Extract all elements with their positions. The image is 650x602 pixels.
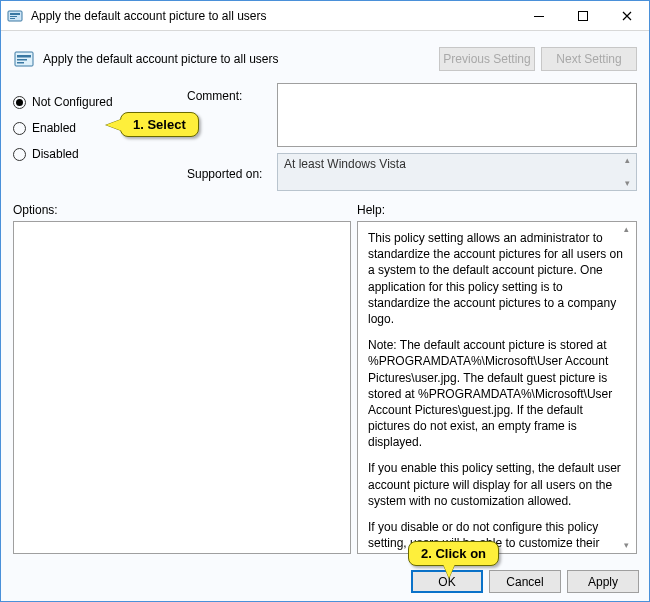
policy-icon [13,48,35,70]
callout-text: 1. Select [133,117,186,132]
supported-on-label: Supported on: [187,167,277,193]
svg-rect-7 [17,55,31,58]
dialog-window: Apply the default account picture to all… [0,0,650,602]
maximize-button[interactable] [561,1,605,30]
annotation-callout-2: 2. Click on [408,541,499,566]
annotation-callout-1: 1. Select [120,112,199,137]
svg-rect-1 [10,13,20,15]
chevron-down-icon[interactable]: ▾ [620,179,634,188]
comment-label: Comment: [187,89,277,115]
callout-tail-icon [106,119,122,131]
cancel-button[interactable]: Cancel [489,570,561,593]
supported-on-box: At least Windows Vista ▴ ▾ [277,153,637,191]
radio-disabled[interactable]: Disabled [13,141,187,167]
titlebar-title: Apply the default account picture to all… [31,9,517,23]
chevron-up-icon[interactable]: ▴ [620,156,634,165]
radio-label: Disabled [32,147,79,161]
svg-rect-2 [10,16,17,17]
radio-label: Enabled [32,121,76,135]
previous-setting-button[interactable]: Previous Setting [439,47,535,71]
titlebar[interactable]: Apply the default account picture to all… [1,1,649,31]
dialog-body: Apply the default account picture to all… [1,31,649,562]
policy-icon [7,8,23,24]
callout-tail-icon [443,564,455,578]
callout-text: 2. Click on [421,546,486,561]
svg-rect-5 [579,11,588,20]
options-label: Options: [13,203,357,217]
scroll-arrows[interactable]: ▴ ▾ [620,156,634,188]
svg-rect-4 [534,16,544,17]
close-button[interactable] [605,1,649,30]
svg-rect-9 [17,62,24,64]
radio-label: Not Configured [32,95,113,109]
help-text: If you enable this policy setting, the d… [368,460,626,509]
dialog-footer: OK Cancel Apply [1,562,649,601]
options-pane [13,221,351,554]
scroll-arrows[interactable]: ▴ ▾ [619,225,633,550]
help-text: This policy setting allows an administra… [368,230,626,327]
svg-rect-3 [10,18,15,19]
svg-rect-8 [17,59,27,61]
apply-button[interactable]: Apply [567,570,639,593]
comment-input[interactable] [277,83,637,147]
chevron-up-icon[interactable]: ▴ [619,225,633,234]
minimize-button[interactable] [517,1,561,30]
supported-on-text: At least Windows Vista [284,157,406,171]
help-label: Help: [357,203,637,217]
policy-title: Apply the default account picture to all… [43,52,439,66]
help-text: Note: The default account picture is sto… [368,337,626,450]
help-pane: This policy setting allows an administra… [357,221,637,554]
chevron-down-icon[interactable]: ▾ [619,541,633,550]
next-setting-button[interactable]: Next Setting [541,47,637,71]
